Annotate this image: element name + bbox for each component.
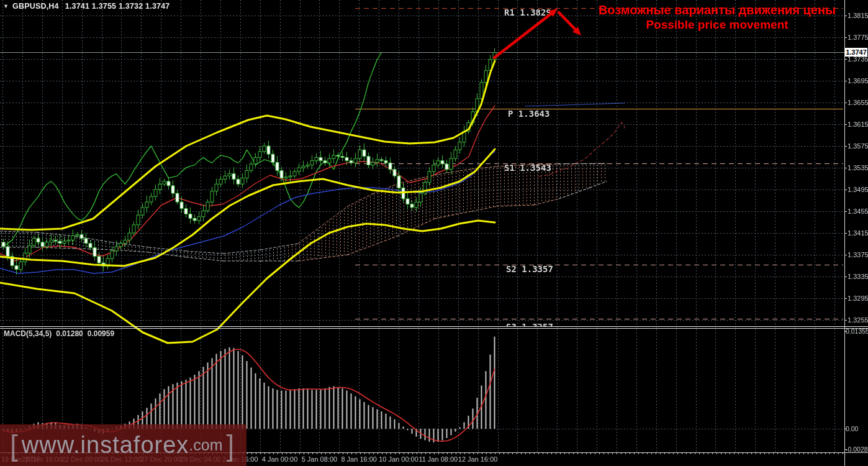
price-axis-label: 1.3295: [848, 295, 868, 302]
annotation-line-ru: Возможные варианты движения цены: [587, 3, 848, 17]
chart-window: ▼ GBPUSD,H41.3741 1.3755 1.3732 1.3747 M…: [0, 0, 868, 466]
current-price-tag: 1.3747: [845, 48, 867, 57]
price-axis-label: 1.3455: [848, 208, 868, 215]
watermark-bracket-left: [: [10, 433, 18, 458]
watermark-suffix: .com: [189, 436, 222, 454]
price-chart-canvas[interactable]: [0, 0, 868, 466]
time-axis-label: 8 Jan 16:00: [341, 455, 377, 463]
ohlc-values: 1.3741 1.3755 1.3732 1.3747: [65, 2, 170, 11]
symbol-label: GBPUSD,H4: [12, 2, 59, 11]
price-axis-label: 1.3335: [848, 273, 868, 280]
price-axis-label: 1.3375: [848, 251, 868, 258]
price-axis-label: 1.3695: [848, 77, 868, 85]
time-axis-label: 10 Jan 00:00: [379, 455, 418, 463]
price-axis-label: 1.3535: [848, 164, 868, 171]
watermark-text: www.instaforex: [22, 432, 189, 459]
price-axis-label: 1.3415: [848, 229, 868, 237]
price-axis-label: 1.3775: [848, 34, 868, 41]
macd-axis-label: -0.00288: [846, 445, 868, 453]
price-axis-label: 1.3815: [848, 12, 868, 19]
watermark-bracket-right: ]: [227, 433, 235, 458]
time-axis-label: 5 Jan 08:00: [302, 455, 338, 463]
macd-name: MACD(5,34,5): [4, 329, 52, 338]
macd-value: 0.01280: [56, 329, 83, 338]
annotation-line-en: Possible price movement: [587, 17, 848, 32]
macd-axis-label: 0.00: [846, 425, 858, 432]
watermark-bar: [ www.instaforex .com ]: [0, 424, 246, 466]
time-axis-label: 4 Jan 00:00: [262, 455, 298, 463]
time-axis-label: 11 Jan 08:00: [418, 455, 458, 463]
price-axis-label: 1.3255: [848, 316, 868, 324]
macd-indicator-label: MACD(5,34,5)0.012800.00959: [4, 329, 119, 338]
price-axis-label: 1.3615: [848, 121, 868, 128]
analyst-annotation: Возможные варианты движения цены Possibl…: [587, 3, 848, 32]
time-axis-label: 12 Jan 16:00: [458, 455, 498, 463]
price-axis-label: 1.3575: [848, 142, 868, 150]
symbol-title: GBPUSD,H41.3741 1.3755 1.3732 1.3747: [12, 2, 170, 11]
price-axis-label: 1.3655: [848, 99, 868, 106]
chart-dropdown-icon[interactable]: ▼: [3, 3, 9, 9]
price-axis-label: 1.3495: [848, 186, 868, 193]
macd-axis-label: 0.01355: [846, 327, 868, 335]
macd-signal-value: 0.00959: [88, 329, 114, 338]
